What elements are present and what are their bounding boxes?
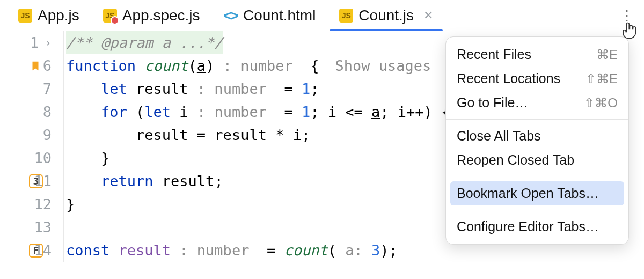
semi: ; xyxy=(310,100,328,123)
num: 1 xyxy=(302,77,310,100)
menu-separator xyxy=(446,210,628,210)
semi: ; xyxy=(302,123,310,146)
line-number: 8 xyxy=(33,100,52,123)
js-file-icon: JS xyxy=(18,9,32,23)
ident: i xyxy=(398,100,406,123)
bookmark-mnemonic-3[interactable]: 3 xyxy=(29,174,43,188)
tab-app-spec-js[interactable]: JS App.spec.js xyxy=(91,0,212,31)
tab-count-js[interactable]: JS Count.js ✕ xyxy=(327,0,445,31)
menu-configure-editor-tabs[interactable]: Configure Editor Tabs… xyxy=(446,215,628,239)
paren: ( xyxy=(188,54,197,77)
paren: ); xyxy=(380,239,398,262)
op: = xyxy=(267,77,302,100)
kw: function xyxy=(66,54,144,77)
ident: result xyxy=(162,170,215,193)
num: 1 xyxy=(302,100,310,123)
menu-label: Bookmark Open Tabs… xyxy=(457,186,599,201)
html-file-icon: <> xyxy=(224,8,238,24)
paren: ( xyxy=(136,100,144,123)
tab-count-html[interactable]: <> Count.html xyxy=(212,0,328,31)
tab-label: Count.js xyxy=(358,7,414,24)
param-hint: a: xyxy=(345,239,371,262)
op: <= xyxy=(345,100,371,123)
num: 3 xyxy=(371,239,380,262)
tab-context-menu: Recent Files ⌘E Recent Locations ⇧⌘E Go … xyxy=(445,36,629,245)
kw: for xyxy=(101,100,136,123)
ident: result xyxy=(136,123,197,146)
menu-label: Reopen Closed Tab xyxy=(457,152,574,168)
bookmark-mnemonic-f[interactable]: F xyxy=(29,244,43,258)
menu-separator xyxy=(446,177,628,177)
tab-label: Count.html xyxy=(243,7,316,24)
menu-label: Recent Locations xyxy=(457,71,560,86)
doc-comment: /** @param a ...*/ xyxy=(66,31,223,54)
tab-label: App.spec.js xyxy=(122,7,200,24)
menu-label: Configure Editor Tabs… xyxy=(457,219,599,234)
type-hint: : number xyxy=(179,239,249,262)
kw: return xyxy=(101,170,162,193)
menu-recent-files[interactable]: Recent Files ⌘E xyxy=(446,42,628,67)
menu-shortcut: ⇧⌘O xyxy=(584,96,618,111)
line-number: 13 xyxy=(33,216,52,239)
menu-close-all-tabs[interactable]: Close All Tabs xyxy=(446,124,628,148)
ident: result xyxy=(136,77,197,100)
tab-overflow-button[interactable]: ⋮ xyxy=(619,5,634,26)
semi: ; xyxy=(310,77,319,100)
bookmark-icon[interactable] xyxy=(29,60,42,72)
param: a xyxy=(371,100,380,123)
line-number: 1 xyxy=(20,31,39,54)
ident: i xyxy=(328,100,346,123)
menu-go-to-file[interactable]: Go to File… ⇧⌘O xyxy=(446,91,628,115)
menu-label: Go to File… xyxy=(457,95,528,111)
type-hint: : number xyxy=(223,54,293,77)
js-file-icon: JS xyxy=(339,9,353,23)
menu-bookmark-open-tabs[interactable]: Bookmark Open Tabs… xyxy=(450,181,624,205)
semi: ; xyxy=(214,170,223,193)
ident: result xyxy=(119,239,180,262)
paren: ( xyxy=(328,239,346,262)
tab-app-js[interactable]: JS App.js xyxy=(6,0,91,31)
indent xyxy=(66,170,101,193)
menu-label: Close All Tabs xyxy=(457,128,541,144)
ident: i xyxy=(179,100,197,123)
close-tab-icon[interactable]: ✕ xyxy=(423,9,433,23)
indent xyxy=(66,77,101,100)
menu-shortcut: ⇧⌘E xyxy=(586,71,618,86)
op: = xyxy=(197,123,215,146)
ident: result xyxy=(214,123,275,146)
brace: { xyxy=(293,54,319,77)
indent xyxy=(66,123,136,146)
line-number: 12 xyxy=(33,193,52,216)
menu-reopen-closed-tab[interactable]: Reopen Closed Tab xyxy=(446,148,628,172)
menu-recent-locations[interactable]: Recent Locations ⇧⌘E xyxy=(446,67,628,91)
show-usages-hint[interactable]: Show usages xyxy=(319,54,431,77)
brace: } xyxy=(101,146,109,170)
line-number: 7 xyxy=(33,77,52,100)
indent xyxy=(66,146,101,170)
op: ++ xyxy=(406,100,424,123)
menu-shortcut: ⌘E xyxy=(596,47,618,62)
gutter: 1› 6 7 8 9 10 311 12 13 F14 xyxy=(0,31,63,262)
fn-call: count xyxy=(284,239,327,262)
tab-bar: JS App.js JS App.spec.js <> Count.html J… xyxy=(0,0,644,31)
kw: let xyxy=(101,77,136,100)
fold-chevron-icon[interactable]: › xyxy=(43,31,52,54)
menu-label: Recent Files xyxy=(457,47,531,62)
tab-label: App.js xyxy=(38,7,79,24)
op: = xyxy=(249,239,284,262)
indent xyxy=(66,100,101,123)
op: * xyxy=(275,123,293,146)
kw: let xyxy=(144,100,179,123)
fn-name: count xyxy=(144,54,188,77)
paren: ) xyxy=(206,54,223,77)
kw: const xyxy=(66,239,119,262)
semi: ; xyxy=(380,100,398,123)
line-number: 9 xyxy=(33,123,52,146)
line-number: 10 xyxy=(33,146,52,170)
ident: i xyxy=(293,123,302,146)
op: = xyxy=(267,100,302,123)
js-spec-file-icon: JS xyxy=(103,9,117,23)
menu-separator xyxy=(446,119,628,120)
brace: } xyxy=(66,193,75,216)
type-hint: : number xyxy=(197,100,267,123)
